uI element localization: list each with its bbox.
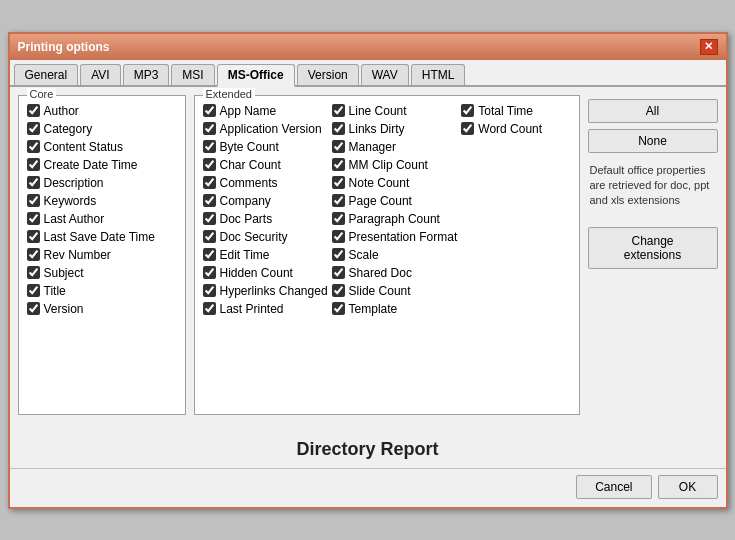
core-item: Version [27, 300, 177, 318]
ext-label-col1-6: Doc Parts [220, 212, 273, 226]
ok-button[interactable]: OK [658, 475, 718, 499]
extended-item: Page Count [332, 192, 458, 210]
core-checkbox-2[interactable] [27, 140, 40, 153]
directory-report-label: Directory Report [10, 423, 726, 468]
ext-checkbox-col2-11[interactable] [332, 302, 345, 315]
core-checkbox-6[interactable] [27, 212, 40, 225]
ext-label-col1-4: Comments [220, 176, 278, 190]
tab-mp3[interactable]: MP3 [123, 64, 170, 85]
ext-label-col2-10: Slide Count [349, 284, 411, 298]
ext-checkbox-col2-8[interactable] [332, 248, 345, 261]
extended-group: Extended App NameApplication VersionByte… [194, 95, 580, 415]
core-label-8: Rev Number [44, 248, 111, 262]
core-checkbox-0[interactable] [27, 104, 40, 117]
ext-checkbox-col1-1[interactable] [203, 122, 216, 135]
ext-checkbox-col2-1[interactable] [332, 122, 345, 135]
extended-item: Char Count [203, 156, 328, 174]
core-checkbox-4[interactable] [27, 176, 40, 189]
cancel-button[interactable]: Cancel [576, 475, 651, 499]
core-checkbox-5[interactable] [27, 194, 40, 207]
core-checkbox-10[interactable] [27, 284, 40, 297]
core-item: Subject [27, 264, 177, 282]
tab-html[interactable]: HTML [411, 64, 466, 85]
ext-checkbox-col1-0[interactable] [203, 104, 216, 117]
extended-item: Scale [332, 246, 458, 264]
ext-checkbox-col2-4[interactable] [332, 176, 345, 189]
extended-item: Line Count [332, 102, 458, 120]
extended-item: MM Clip Count [332, 156, 458, 174]
ext-label-col2-6: Paragraph Count [349, 212, 440, 226]
tab-general[interactable]: General [14, 64, 79, 85]
ext-checkbox-col3-1[interactable] [461, 122, 474, 135]
all-button[interactable]: All [588, 99, 718, 123]
tab-msi[interactable]: MSI [171, 64, 214, 85]
core-item: Keywords [27, 192, 177, 210]
right-panel: All None Default office properties are r… [588, 95, 718, 415]
ext-checkbox-col2-7[interactable] [332, 230, 345, 243]
none-button[interactable]: None [588, 129, 718, 153]
ext-label-col1-9: Hidden Count [220, 266, 293, 280]
ext-checkbox-col1-4[interactable] [203, 176, 216, 189]
ext-checkbox-col1-9[interactable] [203, 266, 216, 279]
core-checkbox-7[interactable] [27, 230, 40, 243]
ext-checkbox-col1-6[interactable] [203, 212, 216, 225]
extended-item: Total Time [461, 102, 570, 120]
core-item: Content Status [27, 138, 177, 156]
extended-item: Hidden Count [203, 264, 328, 282]
ext-label-col1-11: Last Printed [220, 302, 284, 316]
core-item: Author [27, 102, 177, 120]
ext-checkbox-col2-9[interactable] [332, 266, 345, 279]
extended-col2: Line CountLinks DirtyManagerMM Clip Coun… [332, 102, 458, 318]
extended-item: Company [203, 192, 328, 210]
ext-checkbox-col1-5[interactable] [203, 194, 216, 207]
ext-checkbox-col3-0[interactable] [461, 104, 474, 117]
extended-col1: App NameApplication VersionByte CountCha… [203, 102, 328, 318]
ext-label-col2-3: MM Clip Count [349, 158, 428, 172]
close-button[interactable]: ✕ [700, 39, 718, 55]
tab-version[interactable]: Version [297, 64, 359, 85]
ext-checkbox-col2-0[interactable] [332, 104, 345, 117]
ext-checkbox-col1-7[interactable] [203, 230, 216, 243]
ext-label-col1-10: Hyperlinks Changed [220, 284, 328, 298]
ext-label-col2-0: Line Count [349, 104, 407, 118]
ext-checkbox-col2-2[interactable] [332, 140, 345, 153]
ext-checkbox-col2-3[interactable] [332, 158, 345, 171]
extended-item: Links Dirty [332, 120, 458, 138]
extended-item: Hyperlinks Changed [203, 282, 328, 300]
core-label-0: Author [44, 104, 79, 118]
ext-checkbox-col1-8[interactable] [203, 248, 216, 261]
ext-checkbox-col1-2[interactable] [203, 140, 216, 153]
ext-checkbox-col1-10[interactable] [203, 284, 216, 297]
extended-item: App Name [203, 102, 328, 120]
ext-label-col1-7: Doc Security [220, 230, 288, 244]
core-checkbox-11[interactable] [27, 302, 40, 315]
ext-checkbox-col1-11[interactable] [203, 302, 216, 315]
core-checkbox-8[interactable] [27, 248, 40, 261]
ext-label-col1-8: Edit Time [220, 248, 270, 262]
core-checkbox-9[interactable] [27, 266, 40, 279]
core-items-list: AuthorCategoryContent StatusCreate Date … [27, 102, 177, 318]
ext-label-col1-1: Application Version [220, 122, 322, 136]
extended-item: Byte Count [203, 138, 328, 156]
tab-wav[interactable]: WAV [361, 64, 409, 85]
ext-label-col1-5: Company [220, 194, 271, 208]
core-checkbox-1[interactable] [27, 122, 40, 135]
core-item: Category [27, 120, 177, 138]
core-item: Last Author [27, 210, 177, 228]
ext-label-col2-1: Links Dirty [349, 122, 405, 136]
ext-checkbox-col2-5[interactable] [332, 194, 345, 207]
ext-checkbox-col2-10[interactable] [332, 284, 345, 297]
change-extensions-button[interactable]: Changeextensions [588, 227, 718, 269]
extended-item: Doc Parts [203, 210, 328, 228]
ext-checkbox-col2-6[interactable] [332, 212, 345, 225]
extended-item: Template [332, 300, 458, 318]
extended-item: Note Count [332, 174, 458, 192]
extended-item: Shared Doc [332, 264, 458, 282]
tab-ms-office[interactable]: MS-Office [217, 64, 295, 87]
extended-item: Comments [203, 174, 328, 192]
ext-checkbox-col1-3[interactable] [203, 158, 216, 171]
core-label-2: Content Status [44, 140, 123, 154]
ext-label-col1-2: Byte Count [220, 140, 279, 154]
core-checkbox-3[interactable] [27, 158, 40, 171]
tab-avi[interactable]: AVI [80, 64, 120, 85]
